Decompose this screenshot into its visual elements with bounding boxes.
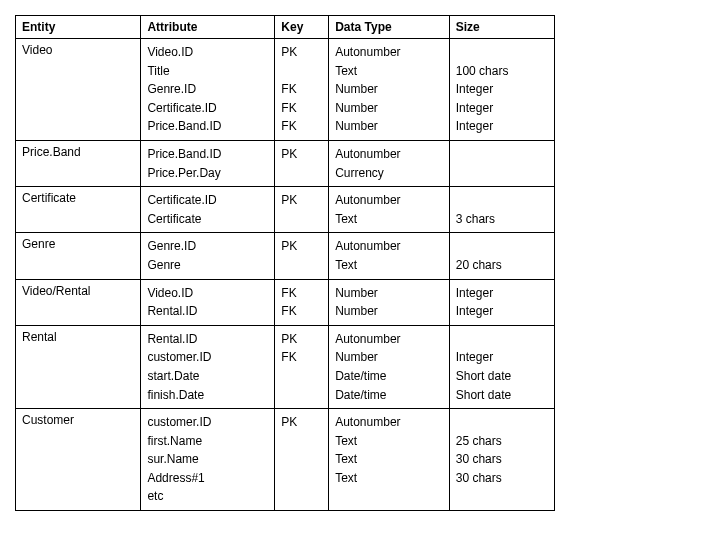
key-cell-line xyxy=(281,62,322,81)
datatype-cell-line: Text xyxy=(335,432,443,451)
header-datatype: Data Type xyxy=(329,16,450,39)
attribute-cell: Price.Band.IDPrice.Per.Day xyxy=(141,140,275,186)
key-cell-line: FK xyxy=(281,80,322,99)
key-cell-line xyxy=(281,164,322,183)
attribute-cell-line: Certificate xyxy=(147,210,268,229)
size-cell-line: Integer xyxy=(456,348,548,367)
key-cell: PK xyxy=(275,187,329,233)
attribute-cell: customer.IDfirst.Namesur.NameAddress#1et… xyxy=(141,409,275,511)
key-cell-line xyxy=(281,487,322,506)
entity-cell: Video xyxy=(16,39,141,141)
size-cell-line xyxy=(456,330,548,349)
size-cell-line: Short date xyxy=(456,386,548,405)
size-cell-line: Integer xyxy=(456,284,548,303)
attribute-cell-line: Price.Band.ID xyxy=(147,117,268,136)
attribute-cell-line: finish.Date xyxy=(147,386,268,405)
size-cell-line: 30 chars xyxy=(456,469,548,488)
attribute-cell-line: customer.ID xyxy=(147,413,268,432)
attribute-cell-line: start.Date xyxy=(147,367,268,386)
key-cell-line xyxy=(281,432,322,451)
datatype-cell: AutonumberText xyxy=(329,187,450,233)
key-cell-line: PK xyxy=(281,237,322,256)
key-cell-line: PK xyxy=(281,413,322,432)
attribute-cell-line: sur.Name xyxy=(147,450,268,469)
datatype-cell-line: Date/time xyxy=(335,386,443,405)
datatype-cell-line: Autonumber xyxy=(335,413,443,432)
size-cell-line xyxy=(456,164,548,183)
size-cell-line: Integer xyxy=(456,80,548,99)
datatype-cell-line xyxy=(335,487,443,506)
attribute-cell: Certificate.IDCertificate xyxy=(141,187,275,233)
table-row: Price.BandPrice.Band.IDPrice.Per.DayPK A… xyxy=(16,140,555,186)
attribute-cell: Genre.IDGenre xyxy=(141,233,275,279)
attribute-cell: Video.IDRental.ID xyxy=(141,279,275,325)
datatype-cell: AutonumberText xyxy=(329,233,450,279)
schema-table: Entity Attribute Key Data Type Size Vide… xyxy=(15,15,555,511)
attribute-cell-line: Certificate.ID xyxy=(147,191,268,210)
attribute-cell-line: first.Name xyxy=(147,432,268,451)
datatype-cell: AutonumberTextNumberNumberNumber xyxy=(329,39,450,141)
datatype-cell-line: Autonumber xyxy=(335,191,443,210)
key-cell-line xyxy=(281,256,322,275)
datatype-cell: AutonumberTextTextText xyxy=(329,409,450,511)
size-cell-line xyxy=(456,237,548,256)
key-cell-line xyxy=(281,367,322,386)
key-cell-line xyxy=(281,450,322,469)
attribute-cell-line: Video.ID xyxy=(147,43,268,62)
size-cell-line: 20 chars xyxy=(456,256,548,275)
key-cell-line: FK xyxy=(281,284,322,303)
size-cell-line: Integer xyxy=(456,117,548,136)
attribute-cell-line: Video.ID xyxy=(147,284,268,303)
datatype-cell-line: Text xyxy=(335,450,443,469)
attribute-cell-line: etc xyxy=(147,487,268,506)
attribute-cell-line: Price.Per.Day xyxy=(147,164,268,183)
table-row: GenreGenre.IDGenrePK AutonumberText 20 c… xyxy=(16,233,555,279)
key-cell: PKFK xyxy=(275,325,329,408)
size-cell-line xyxy=(456,413,548,432)
size-cell: IntegerShort dateShort date xyxy=(449,325,554,408)
size-cell: 3 chars xyxy=(449,187,554,233)
key-cell-line: FK xyxy=(281,302,322,321)
header-entity: Entity xyxy=(16,16,141,39)
key-cell: FKFK xyxy=(275,279,329,325)
size-cell-line: Integer xyxy=(456,302,548,321)
attribute-cell: Video.IDTitleGenre.IDCertificate.IDPrice… xyxy=(141,39,275,141)
key-cell-line: FK xyxy=(281,99,322,118)
entity-cell: Price.Band xyxy=(16,140,141,186)
size-cell-line: 25 chars xyxy=(456,432,548,451)
size-cell-line xyxy=(456,145,548,164)
key-cell-line: PK xyxy=(281,43,322,62)
entity-cell: Rental xyxy=(16,325,141,408)
size-cell-line: 3 chars xyxy=(456,210,548,229)
datatype-cell-line: Number xyxy=(335,284,443,303)
attribute-cell-line: customer.ID xyxy=(147,348,268,367)
attribute-cell: Rental.IDcustomer.IDstart.Datefinish.Dat… xyxy=(141,325,275,408)
size-cell: IntegerInteger xyxy=(449,279,554,325)
attribute-cell-line: Title xyxy=(147,62,268,81)
size-cell xyxy=(449,140,554,186)
datatype-cell-line: Number xyxy=(335,80,443,99)
size-cell-line xyxy=(456,191,548,210)
key-cell: PK xyxy=(275,140,329,186)
size-cell-line: 100 chars xyxy=(456,62,548,81)
key-cell-line: PK xyxy=(281,145,322,164)
attribute-cell-line: Price.Band.ID xyxy=(147,145,268,164)
key-cell-line: PK xyxy=(281,330,322,349)
key-cell: PK xyxy=(275,409,329,511)
key-cell-line: FK xyxy=(281,117,322,136)
datatype-cell-line: Autonumber xyxy=(335,145,443,164)
size-cell-line xyxy=(456,487,548,506)
size-cell: 20 chars xyxy=(449,233,554,279)
entity-cell: Certificate xyxy=(16,187,141,233)
attribute-cell-line: Genre.ID xyxy=(147,80,268,99)
attribute-cell-line: Rental.ID xyxy=(147,302,268,321)
table-row: Customercustomer.IDfirst.Namesur.NameAdd… xyxy=(16,409,555,511)
key-cell: PK xyxy=(275,233,329,279)
datatype-cell: AutonumberCurrency xyxy=(329,140,450,186)
table-row: Video/RentalVideo.IDRental.IDFKFKNumberN… xyxy=(16,279,555,325)
attribute-cell-line: Rental.ID xyxy=(147,330,268,349)
datatype-cell: AutonumberNumberDate/timeDate/time xyxy=(329,325,450,408)
datatype-cell-line: Autonumber xyxy=(335,43,443,62)
size-cell-line: Integer xyxy=(456,99,548,118)
datatype-cell-line: Text xyxy=(335,469,443,488)
